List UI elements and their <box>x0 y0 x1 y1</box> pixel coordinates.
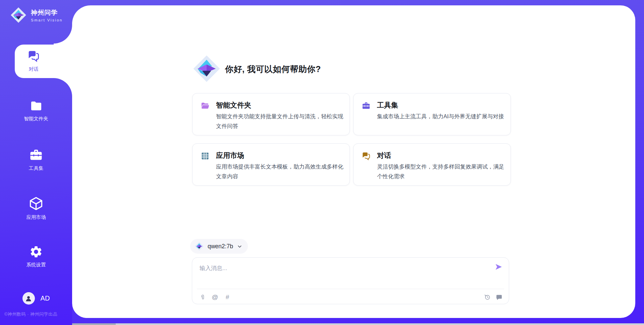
user-name: AD <box>41 295 50 302</box>
feature-card-smart-folder[interactable]: 智能文件夹 智能文件夹功能支持批量文件上传与清洗，轻松实现文件问答 <box>192 93 350 135</box>
card-description: 集成市场上主流工具，助力AI与外界无缝扩展与对接 <box>377 112 508 121</box>
sidebar-item-label: 系统设置 <box>26 262 46 268</box>
briefcase-icon <box>362 101 371 110</box>
message-composer: 输入消息... ➤ @ # <box>192 257 509 304</box>
main-panel: 你好, 我可以如何帮助你? 智能文件夹 智能文件夹功能支持批量文件上传与清洗，轻… <box>72 5 635 318</box>
person-icon <box>25 295 32 302</box>
diamond-logo-icon <box>195 242 204 251</box>
chat-icon <box>27 50 40 62</box>
grid-icon <box>201 151 210 160</box>
folder-icon <box>30 99 43 113</box>
user-profile[interactable]: AD <box>0 292 72 305</box>
card-description: 应用市场提供丰富长文本模板，助力高效生成多样化文章内容 <box>216 162 347 181</box>
sidebar-item-smart-folder[interactable]: 智能文件夹 <box>0 99 72 122</box>
sidebar-item-label: 应用市场 <box>26 214 46 220</box>
history-icon[interactable] <box>484 294 491 301</box>
card-description: 智能文件夹功能支持批量文件上传与清洗，轻松实现文件问答 <box>216 112 347 131</box>
brand-logo: 神州问学 Smart Vision <box>10 7 63 23</box>
sidebar-item-chat[interactable]: 对话 <box>15 66 52 72</box>
copyright-footer: ©神州数码 · 神州问学出品 <box>4 311 57 317</box>
card-title: 对话 <box>377 151 391 160</box>
hash-icon[interactable]: # <box>224 294 231 301</box>
greeting-title: 你好, 我可以如何帮助你? <box>225 64 321 75</box>
sidebar-item-label: 智能文件夹 <box>24 116 48 122</box>
comment-icon[interactable] <box>495 294 503 301</box>
feature-card-toolset[interactable]: 工具集 集成市场上主流工具，助力AI与外界无缝扩展与对接 <box>353 93 511 135</box>
chat-icon <box>362 151 371 160</box>
message-input[interactable]: 输入消息... <box>200 264 227 272</box>
sidebar-item-app-market[interactable]: 应用市场 <box>0 196 72 220</box>
card-description: 灵活切换多模型文件，支持多样回复效果调试，满足个性化需求 <box>377 162 508 181</box>
diamond-logo-icon <box>10 7 27 23</box>
sidebar-item-label: 工具集 <box>29 165 44 172</box>
feature-card-chat[interactable]: 对话 灵活切换多模型文件，支持多样回复效果调试，满足个性化需求 <box>353 143 511 186</box>
send-icon[interactable]: ➤ <box>494 262 502 271</box>
brand-tagline: Smart Vision <box>31 18 63 22</box>
at-icon[interactable]: @ <box>211 294 219 301</box>
composer-divider <box>197 289 504 289</box>
sidebar-item-settings[interactable]: 系统设置 <box>0 245 72 268</box>
card-title: 应用市场 <box>216 151 244 160</box>
model-selector[interactable]: qwen2:7b <box>190 239 248 254</box>
gear-icon <box>29 245 43 259</box>
chevron-down-icon <box>237 244 243 249</box>
paperclip-icon[interactable] <box>199 294 206 301</box>
card-title: 工具集 <box>377 101 398 110</box>
cube-icon <box>29 196 44 211</box>
folder-open-icon <box>201 101 210 110</box>
card-title: 智能文件夹 <box>216 101 251 110</box>
sidebar-item-toolset[interactable]: 工具集 <box>0 148 72 172</box>
brand-name: 神州问学 <box>31 8 63 17</box>
toolbox-icon <box>29 148 43 162</box>
feature-card-app-market[interactable]: 应用市场 应用市场提供丰富长文本模板，助力高效生成多样化文章内容 <box>192 143 350 186</box>
model-name: qwen2:7b <box>208 243 233 250</box>
brand-diamond-logo-icon <box>192 54 221 83</box>
avatar <box>22 292 35 305</box>
